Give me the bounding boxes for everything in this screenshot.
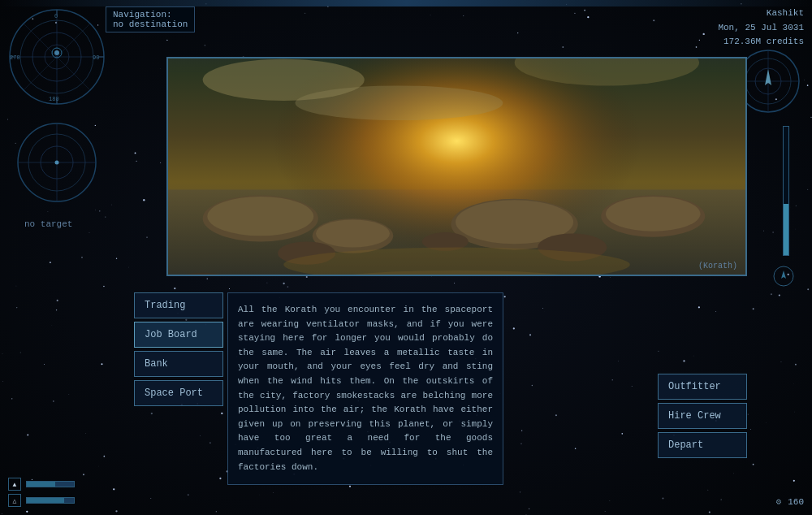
fuel-bar [26, 481, 75, 487]
right-fuel-bar [783, 126, 789, 256]
hire-crew-button[interactable]: Hire Crew [658, 403, 747, 429]
planet-scene-svg [168, 58, 745, 275]
planet-image: (Korath) [166, 57, 747, 276]
radar-inner-svg [16, 122, 97, 203]
shield-icon: △ [8, 494, 21, 507]
svg-point-12 [54, 50, 59, 55]
player-credits: 172.36M credits [718, 35, 804, 50]
ship-icon [771, 264, 796, 288]
planet-label: (Korath) [698, 262, 737, 270]
svg-point-23 [55, 161, 59, 165]
svg-point-37 [207, 197, 313, 236]
right-action-buttons: Outfitter Hire Crew Depart [658, 374, 747, 458]
no-target-label: no target [24, 219, 72, 229]
left-action-buttons: Trading Job Board Bank Space Port [134, 292, 223, 406]
job-board-button[interactable]: Job Board [134, 322, 223, 348]
top-right-info: Kashikt Mon, 25 Jul 3031 172.36M credits [718, 6, 804, 50]
player-location: Kashikt [718, 6, 804, 21]
right-fuel-bar-fill [784, 204, 788, 255]
shield-bar [26, 497, 75, 504]
bank-button[interactable]: Bank [134, 351, 223, 377]
depart-button[interactable]: Depart [658, 432, 747, 458]
svg-text:270: 270 [10, 54, 20, 61]
svg-point-35 [295, 85, 503, 120]
fuel-icon: ▲ [8, 478, 21, 491]
bottom-right-area: ⚙ 160 [776, 496, 804, 507]
svg-text:180: 180 [49, 96, 59, 102]
right-icons-area [771, 264, 796, 292]
description-text: All the Korath you encounter in the spac… [238, 303, 493, 474]
svg-point-43 [606, 197, 701, 232]
svg-text:90: 90 [93, 54, 99, 61]
nav-label: Navigation: [113, 10, 172, 19]
description-panel: All the Korath you encounter in the spac… [227, 292, 503, 485]
svg-text:0: 0 [54, 13, 58, 19]
space-port-button[interactable]: Space Port [134, 380, 223, 406]
bottom-left-row-2: △ [8, 494, 75, 507]
radar-outer: 0 90 180 270 [8, 8, 106, 106]
radar-outer-svg: 0 90 180 270 [8, 8, 106, 106]
nav-panel: Navigation: no destination [106, 6, 195, 32]
outfitter-button[interactable]: Outfitter [658, 374, 747, 400]
bottom-icon: ⚙ [776, 496, 782, 507]
player-date: Mon, 25 Jul 3031 [718, 21, 804, 36]
bottom-count: 160 [788, 497, 804, 507]
bottom-left-controls: ▲ △ [8, 478, 75, 507]
nav-status: no destination [113, 19, 188, 29]
radar-inner [16, 122, 97, 203]
bottom-left-row-1: ▲ [8, 478, 75, 491]
trading-button[interactable]: Trading [134, 292, 223, 318]
top-bar [0, 0, 812, 6]
radar-container: 0 90 180 270 [8, 8, 106, 219]
main-content: (Korath) Trading Job Board Bank Space Po… [134, 57, 747, 474]
planet-image-inner [168, 58, 745, 275]
svg-point-39 [316, 219, 390, 247]
